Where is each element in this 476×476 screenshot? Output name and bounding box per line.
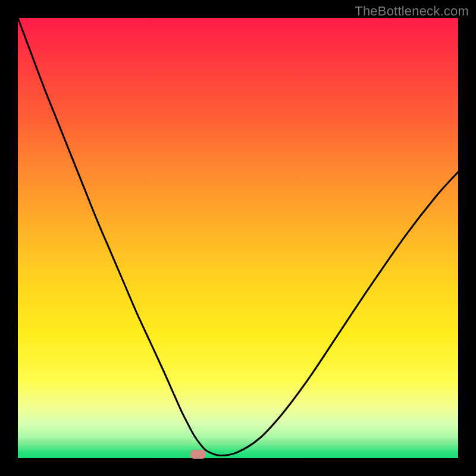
chart-frame: TheBottleneck.com: [0, 0, 476, 476]
watermark-text: TheBottleneck.com: [355, 4, 469, 19]
bottleneck-curve: [18, 18, 458, 458]
optimum-marker: [190, 450, 206, 459]
curve-path: [18, 18, 458, 456]
plot-area: [18, 18, 458, 458]
